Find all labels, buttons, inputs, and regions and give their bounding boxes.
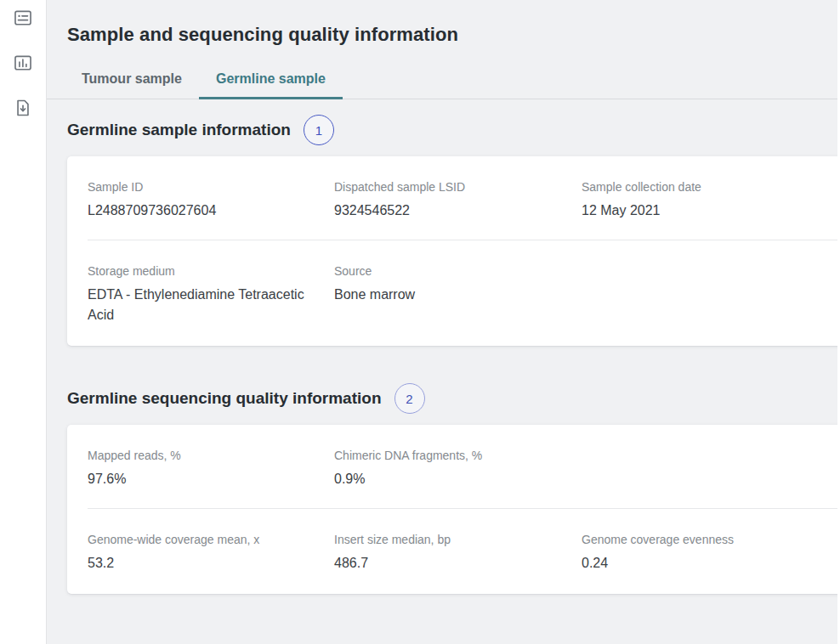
tab-germline-sample[interactable]: Germline sample (199, 66, 343, 99)
file-download-icon (14, 99, 32, 117)
field-sample-id: Sample ID L2488709736027604 (88, 179, 334, 221)
sidebar (0, 0, 47, 644)
card-row: Sample ID L2488709736027604 Dispatched s… (67, 156, 840, 240)
field-value: Bone marrow (334, 285, 561, 305)
field-label: Mapped reads, % (88, 448, 314, 463)
field-value: 9324546522 (334, 201, 561, 221)
field-label: Insert size median, bp (334, 532, 561, 547)
field-value: 486.7 (334, 553, 561, 573)
card-row: Mapped reads, % 97.6% Chimeric DNA fragm… (67, 425, 840, 508)
field-insert-size-median: Insert size median, bp 486.7 (334, 532, 582, 573)
field-label: Source (334, 263, 561, 279)
field-mapped-reads: Mapped reads, % 97.6% (88, 448, 334, 489)
field-label: Storage medium (88, 263, 314, 279)
field-label: Dispatched sample LSID (334, 179, 561, 195)
section-title: Germline sample information (67, 121, 291, 139)
tab-tumour-sample[interactable]: Tumour sample (65, 66, 199, 99)
field-genome-wide-coverage-mean: Genome-wide coverage mean, x 53.2 (88, 532, 334, 573)
field-label: Genome coverage evenness (582, 532, 799, 547)
field-value: L2488709736027604 (88, 201, 314, 221)
card-row: Storage medium EDTA - Ethylenediamine Te… (67, 240, 840, 346)
bar-chart-icon (14, 54, 32, 72)
field-label: Sample collection date (582, 179, 799, 195)
sidebar-item-download-report[interactable] (12, 97, 34, 119)
section-header-germline-sample-info: Germline sample information 1 (67, 115, 840, 145)
field-label: Chimeric DNA fragments, % (334, 448, 561, 463)
step-badge-1: 1 (304, 115, 334, 145)
section-header-germline-sequencing-quality: Germline sequencing quality information … (67, 383, 840, 414)
field-sample-collection-date: Sample collection date 12 May 2021 (582, 179, 820, 221)
field-chimeric-dna-fragments: Chimeric DNA fragments, % 0.9% (334, 448, 582, 489)
list-details-icon (14, 8, 32, 27)
field-value: 0.9% (334, 469, 561, 489)
card-row: Genome-wide coverage mean, x 53.2 Insert… (67, 509, 840, 594)
field-value: 53.2 (88, 553, 314, 573)
sidebar-item-charts[interactable] (12, 52, 34, 74)
tab-bar: Tumour sample Germline sample (47, 66, 840, 99)
field-label: Genome-wide coverage mean, x (88, 532, 314, 547)
field-label: Sample ID (88, 179, 314, 195)
field-genome-coverage-evenness: Genome coverage evenness 0.24 (582, 532, 820, 573)
sidebar-item-details[interactable] (12, 7, 34, 29)
field-value: 97.6% (88, 469, 314, 489)
field-dispatched-sample-lsid: Dispatched sample LSID 9324546522 (334, 179, 582, 221)
field-value: EDTA - Ethylenediamine Tetraacetic Acid (88, 285, 314, 325)
germline-sample-info-card: Sample ID L2488709736027604 Dispatched s… (67, 156, 840, 346)
field-source: Source Bone marrow (334, 263, 582, 325)
field-storage-medium: Storage medium EDTA - Ethylenediamine Te… (88, 263, 334, 325)
page-title: Sample and sequencing quality informatio… (67, 24, 840, 46)
field-value: 0.24 (582, 553, 799, 573)
section-title: Germline sequencing quality information (67, 389, 382, 408)
step-badge-2: 2 (394, 383, 425, 414)
germline-sequencing-quality-card: Mapped reads, % 97.6% Chimeric DNA fragm… (67, 425, 840, 594)
main-content: Sample and sequencing quality informatio… (47, 0, 840, 644)
field-value: 12 May 2021 (582, 201, 799, 221)
